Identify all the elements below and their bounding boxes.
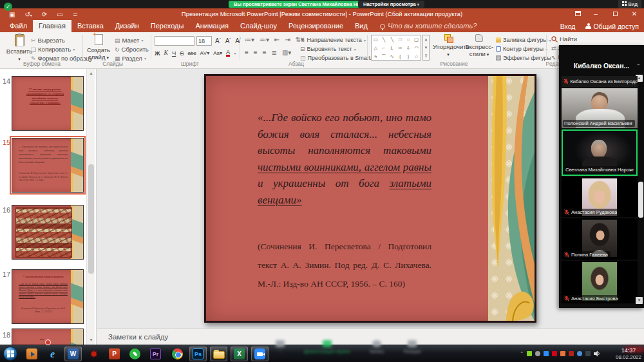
- thumbnails-scrollbar[interactable]: ▲ ▼: [86, 69, 95, 345]
- tray-icon-orange[interactable]: [560, 351, 565, 356]
- ribbon-display-options-button[interactable]: [569, 8, 586, 20]
- share-screen-control[interactable]: Демонстрация экрана: [304, 338, 350, 361]
- align-left-button[interactable]: ≡: [245, 49, 249, 56]
- shape-wave-icon[interactable]: ∿: [388, 52, 396, 61]
- participant-tile-active-speaker[interactable]: Светлана Михайловна Нарожняя: [562, 129, 638, 176]
- tab-view[interactable]: Вид: [349, 20, 374, 32]
- text-direction-button[interactable]: ⇅Направление текста▾: [300, 37, 366, 43]
- quick-styles-button[interactable]: Экспресс- стили ▾: [465, 34, 493, 58]
- share-button[interactable]: Общий доступ: [585, 23, 639, 30]
- change-case-button[interactable]: Аа▾: [213, 50, 222, 56]
- panel-header[interactable]: Кибалко Оксан...: [559, 45, 644, 73]
- excel-taskbar-icon[interactable]: X: [231, 347, 248, 361]
- find-button[interactable]: Найти: [551, 35, 577, 43]
- tray-icon-network[interactable]: [577, 351, 582, 356]
- shape-oval-icon[interactable]: ○: [404, 35, 413, 44]
- shapes-gallery[interactable]: ▭╲╲□○▢ △⌐L⇨⇩◠ ϟ⌒∿{}☆: [371, 35, 421, 61]
- new-slide-button[interactable]: Создать слайд ▾: [85, 34, 112, 61]
- shape-brace-left-icon[interactable]: {: [396, 52, 404, 61]
- whatsapp-taskbar-icon[interactable]: [126, 347, 144, 361]
- participant-tile-photo[interactable]: Анастасия Быстрова: [562, 261, 638, 303]
- reactions-control[interactable]: Реакции: [404, 338, 421, 361]
- bold-button[interactable]: Ж: [155, 50, 160, 57]
- tab-design[interactable]: Дизайн: [109, 20, 145, 32]
- tab-home[interactable]: Главная: [33, 20, 71, 32]
- tray-expand-icon[interactable]: ⌃: [520, 351, 524, 356]
- shapes-scrollbar[interactable]: ▲▼⊽: [422, 35, 430, 61]
- tray-icon-green[interactable]: [527, 351, 532, 356]
- slide-thumbnail-15[interactable]: «...Где войско его побьют, ино тамо божи…: [12, 138, 84, 193]
- tab-slideshow[interactable]: Слайд-шоу: [234, 20, 283, 32]
- copy-button[interactable]: ❏Копировать▾: [31, 46, 75, 53]
- font-name-combobox[interactable]: [155, 36, 194, 46]
- zoom-view-button[interactable]: Вид: [618, 0, 641, 8]
- close-button[interactable]: ✕: [625, 8, 644, 20]
- slide-thumbnail-17[interactable]: ** мотив вечной памяти воинов «...Да то …: [12, 269, 84, 324]
- font-color-button[interactable]: А: [226, 49, 230, 57]
- reset-button[interactable]: ↻Сбросить: [115, 46, 149, 53]
- participant-tile-photo[interactable]: Анастасия Рудакова: [562, 177, 638, 217]
- slide-thumbnail-14[interactable]: ** мотив «поддержки» сражающихся со стор…: [12, 76, 84, 131]
- slide-quote-text[interactable]: «...Где войско его побьют, ино тамо божи…: [258, 110, 431, 208]
- align-text-button[interactable]: ⊟Выровнять текст▾: [300, 46, 356, 52]
- tab-file[interactable]: Файл: [4, 20, 33, 32]
- chrome-taskbar-icon[interactable]: [169, 347, 186, 361]
- align-right-button[interactable]: ≡: [263, 49, 267, 56]
- photoshop-taskbar-icon[interactable]: Ps: [189, 347, 207, 361]
- font-size-combobox[interactable]: 18: [196, 36, 212, 46]
- shape-arrow-right-icon[interactable]: ⇨: [396, 44, 404, 52]
- scroll-up-icon[interactable]: ▲: [88, 70, 95, 77]
- italic-button[interactable]: К: [164, 50, 168, 56]
- red-app-taskbar-icon[interactable]: ✸: [85, 347, 102, 361]
- arrange-button[interactable]: Упорядочить▾: [433, 34, 464, 58]
- shape-roundrect-icon[interactable]: ▢: [412, 35, 421, 44]
- shape-arrow-down-icon[interactable]: ⇩: [404, 44, 413, 52]
- minimize-button[interactable]: –: [586, 8, 605, 20]
- meeting-control-chat[interactable]: ···: [276, 338, 285, 361]
- bullets-button[interactable]: ≔▾: [245, 36, 254, 43]
- scrollbar-thumb[interactable]: [88, 164, 94, 274]
- zoom-taskbar-icon[interactable]: [251, 347, 269, 361]
- view-settings-button[interactable]: Настройки просмотра ▾: [358, 1, 424, 8]
- justify-button[interactable]: ≣: [272, 49, 277, 56]
- align-center-button[interactable]: ≡: [254, 49, 258, 56]
- restore-button[interactable]: [605, 8, 625, 20]
- tray-icon-gray[interactable]: [535, 351, 540, 356]
- increase-indent-button[interactable]: ⇥: [285, 36, 290, 43]
- shape-outline-button[interactable]: Контур фигуры▾: [496, 46, 547, 52]
- strikethrough-button[interactable]: S: [180, 50, 184, 57]
- participant-tile-photo[interactable]: Полина Галеева: [562, 218, 638, 260]
- paste-button[interactable]: Вставить▾: [5, 34, 33, 62]
- cut-button[interactable]: ✂Вырезать: [31, 37, 65, 44]
- tray-icon-blue[interactable]: [544, 351, 549, 356]
- start-button[interactable]: [3, 347, 17, 361]
- tray-icon-desktop[interactable]: [585, 351, 591, 356]
- shape-corner-icon[interactable]: ⌐: [380, 44, 388, 52]
- participant-tile-audio-only[interactable]: Кибалко Оксана из Белгородск..: [562, 76, 638, 87]
- shape-rect-icon[interactable]: □: [396, 35, 404, 44]
- shape-triangle-icon[interactable]: △: [372, 44, 380, 52]
- clock[interactable]: 14:37 08.02.2022: [616, 347, 641, 361]
- shape-star-icon[interactable]: ☆: [412, 52, 421, 61]
- underline-button[interactable]: Ч: [172, 50, 176, 57]
- sign-in-button[interactable]: Вход: [560, 23, 576, 30]
- layout-button[interactable]: ▤Макет▾: [115, 37, 143, 44]
- shape-brace-right-icon[interactable]: }: [404, 52, 413, 61]
- decrease-indent-button[interactable]: ⇤: [274, 36, 279, 43]
- tab-animation[interactable]: Анимация: [189, 20, 234, 32]
- participant-tile-video[interactable]: Полонский Андрей Васильевич: [562, 88, 638, 128]
- tab-transitions[interactable]: Переходы: [145, 20, 190, 32]
- strikethrough-abc-button[interactable]: abc: [188, 50, 196, 56]
- shape-line-icon[interactable]: ╲: [380, 35, 388, 44]
- scroll-down-icon[interactable]: ▼: [88, 336, 95, 344]
- shape-fill-button[interactable]: Заливка фигуры▾: [496, 37, 551, 43]
- premiere-taskbar-icon[interactable]: Pr: [147, 347, 164, 361]
- shape-arc-icon[interactable]: ◠: [412, 44, 421, 52]
- tab-insert[interactable]: Вставка: [71, 20, 109, 32]
- tell-me-box[interactable]: Что вы хотите сделать?: [374, 20, 483, 32]
- grow-font-button[interactable]: Аˆ: [214, 37, 222, 44]
- shape-textbox-icon[interactable]: ▭: [372, 35, 380, 44]
- record-control[interactable]: Запись: [370, 338, 384, 361]
- internet-explorer-taskbar-icon[interactable]: e: [44, 347, 61, 361]
- media-player-taskbar-icon[interactable]: [23, 347, 41, 361]
